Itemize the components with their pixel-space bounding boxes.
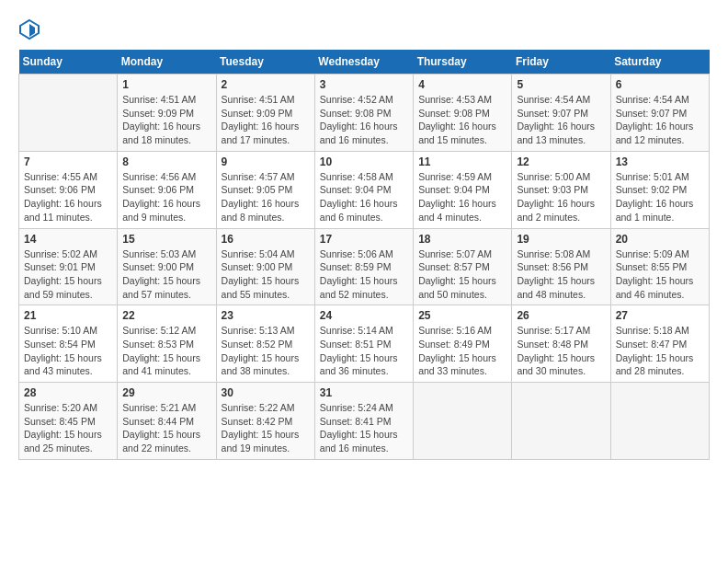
calendar-cell: 17Sunrise: 5:06 AMSunset: 8:59 PMDayligh… (314, 228, 413, 305)
day-number: 8 (122, 155, 210, 168)
weekday-header-monday: Monday (118, 50, 216, 75)
calendar-cell: 1Sunrise: 4:51 AMSunset: 9:09 PMDaylight… (118, 75, 216, 152)
day-number: 10 (320, 155, 408, 168)
calendar-cell: 25Sunrise: 5:16 AMSunset: 8:49 PMDayligh… (414, 305, 512, 383)
day-number: 17 (320, 233, 408, 246)
week-row-3: 14Sunrise: 5:02 AMSunset: 9:01 PMDayligh… (19, 228, 710, 305)
day-number: 20 (616, 233, 704, 246)
calendar-table: SundayMondayTuesdayWednesdayThursdayFrid… (18, 50, 710, 460)
calendar-cell: 20Sunrise: 5:09 AMSunset: 8:55 PMDayligh… (610, 228, 709, 305)
calendar-cell: 18Sunrise: 5:07 AMSunset: 8:57 PMDayligh… (414, 228, 512, 305)
day-number: 18 (418, 233, 506, 246)
day-number: 26 (517, 309, 605, 322)
day-number: 19 (517, 233, 605, 246)
calendar-cell: 22Sunrise: 5:12 AMSunset: 8:53 PMDayligh… (118, 305, 216, 383)
day-number: 1 (122, 78, 210, 91)
weekday-header-wednesday: Wednesday (314, 50, 413, 75)
calendar-cell: 15Sunrise: 5:03 AMSunset: 9:00 PMDayligh… (118, 228, 216, 305)
day-info: Sunrise: 4:51 AMSunset: 9:09 PMDaylight:… (122, 93, 210, 147)
calendar-cell: 28Sunrise: 5:20 AMSunset: 8:45 PMDayligh… (19, 383, 118, 460)
day-info: Sunrise: 5:14 AMSunset: 8:51 PMDaylight:… (320, 324, 408, 378)
calendar-cell: 24Sunrise: 5:14 AMSunset: 8:51 PMDayligh… (314, 305, 413, 383)
calendar-cell: 8Sunrise: 4:56 AMSunset: 9:06 PMDaylight… (118, 151, 216, 228)
calendar-cell: 3Sunrise: 4:52 AMSunset: 9:08 PMDaylight… (314, 75, 413, 152)
day-number: 21 (24, 309, 112, 322)
day-number: 6 (616, 78, 704, 91)
day-info: Sunrise: 5:17 AMSunset: 8:48 PMDaylight:… (517, 324, 605, 378)
day-info: Sunrise: 5:01 AMSunset: 9:02 PMDaylight:… (616, 170, 704, 224)
calendar-cell: 2Sunrise: 4:51 AMSunset: 9:09 PMDaylight… (216, 75, 314, 152)
day-info: Sunrise: 5:18 AMSunset: 8:47 PMDaylight:… (616, 324, 704, 378)
day-info: Sunrise: 4:52 AMSunset: 9:08 PMDaylight:… (320, 93, 408, 147)
day-info: Sunrise: 5:03 AMSunset: 9:00 PMDaylight:… (122, 247, 210, 302)
calendar-cell: 11Sunrise: 4:59 AMSunset: 9:04 PMDayligh… (414, 151, 512, 228)
week-row-2: 7Sunrise: 4:55 AMSunset: 9:06 PMDaylight… (19, 151, 710, 228)
day-info: Sunrise: 5:12 AMSunset: 8:53 PMDaylight:… (122, 324, 210, 378)
day-info: Sunrise: 5:04 AMSunset: 9:00 PMDaylight:… (222, 247, 310, 302)
day-info: Sunrise: 5:00 AMSunset: 9:03 PMDaylight:… (517, 170, 605, 224)
calendar-cell: 30Sunrise: 5:22 AMSunset: 8:42 PMDayligh… (216, 383, 314, 460)
day-number: 27 (616, 309, 704, 322)
calendar-cell: 26Sunrise: 5:17 AMSunset: 8:48 PMDayligh… (512, 305, 610, 383)
day-number: 24 (320, 309, 408, 322)
day-info: Sunrise: 5:06 AMSunset: 8:59 PMDaylight:… (320, 247, 408, 302)
calendar-cell: 16Sunrise: 5:04 AMSunset: 9:00 PMDayligh… (216, 228, 314, 305)
day-number: 30 (222, 386, 310, 399)
calendar-cell: 12Sunrise: 5:00 AMSunset: 9:03 PMDayligh… (512, 151, 610, 228)
day-info: Sunrise: 4:51 AMSunset: 9:09 PMDaylight:… (222, 93, 310, 147)
logo-icon (18, 18, 40, 40)
day-info: Sunrise: 4:57 AMSunset: 9:05 PMDaylight:… (222, 170, 310, 224)
week-row-1: 1Sunrise: 4:51 AMSunset: 9:09 PMDaylight… (19, 75, 710, 152)
calendar-cell: 19Sunrise: 5:08 AMSunset: 8:56 PMDayligh… (512, 228, 610, 305)
calendar-cell: 7Sunrise: 4:55 AMSunset: 9:06 PMDaylight… (19, 151, 118, 228)
day-info: Sunrise: 4:55 AMSunset: 9:06 PMDaylight:… (24, 170, 112, 224)
calendar-cell: 10Sunrise: 4:58 AMSunset: 9:04 PMDayligh… (314, 151, 413, 228)
day-number: 2 (222, 78, 310, 91)
calendar-cell: 6Sunrise: 4:54 AMSunset: 9:07 PMDaylight… (610, 75, 709, 152)
day-number: 16 (222, 233, 310, 246)
day-number: 13 (616, 155, 704, 168)
day-info: Sunrise: 4:54 AMSunset: 9:07 PMDaylight:… (517, 93, 605, 147)
calendar-cell: 14Sunrise: 5:02 AMSunset: 9:01 PMDayligh… (19, 228, 118, 305)
calendar-cell: 4Sunrise: 4:53 AMSunset: 9:08 PMDaylight… (414, 75, 512, 152)
day-info: Sunrise: 5:22 AMSunset: 8:42 PMDaylight:… (222, 401, 310, 455)
day-info: Sunrise: 4:54 AMSunset: 9:07 PMDaylight:… (616, 93, 704, 147)
calendar-cell (512, 383, 610, 460)
day-number: 12 (517, 155, 605, 168)
day-info: Sunrise: 5:24 AMSunset: 8:41 PMDaylight:… (320, 401, 408, 455)
calendar-cell (610, 383, 709, 460)
day-number: 22 (122, 309, 210, 322)
week-row-5: 28Sunrise: 5:20 AMSunset: 8:45 PMDayligh… (19, 383, 710, 460)
calendar-cell: 31Sunrise: 5:24 AMSunset: 8:41 PMDayligh… (314, 383, 413, 460)
weekday-header-row: SundayMondayTuesdayWednesdayThursdayFrid… (19, 50, 710, 75)
calendar-cell (414, 383, 512, 460)
calendar-cell: 23Sunrise: 5:13 AMSunset: 8:52 PMDayligh… (216, 305, 314, 383)
calendar-cell: 21Sunrise: 5:10 AMSunset: 8:54 PMDayligh… (19, 305, 118, 383)
day-info: Sunrise: 4:53 AMSunset: 9:08 PMDaylight:… (418, 93, 506, 147)
day-info: Sunrise: 5:09 AMSunset: 8:55 PMDaylight:… (616, 247, 704, 302)
calendar-cell: 13Sunrise: 5:01 AMSunset: 9:02 PMDayligh… (610, 151, 709, 228)
page-header (18, 18, 710, 40)
day-info: Sunrise: 5:20 AMSunset: 8:45 PMDaylight:… (24, 401, 112, 455)
weekday-header-saturday: Saturday (610, 50, 709, 75)
calendar-cell: 5Sunrise: 4:54 AMSunset: 9:07 PMDaylight… (512, 75, 610, 152)
weekday-header-friday: Friday (512, 50, 610, 75)
day-number: 15 (122, 233, 210, 246)
day-info: Sunrise: 5:16 AMSunset: 8:49 PMDaylight:… (418, 324, 506, 378)
logo (18, 18, 42, 40)
weekday-header-sunday: Sunday (19, 50, 118, 75)
day-info: Sunrise: 5:07 AMSunset: 8:57 PMDaylight:… (418, 247, 506, 302)
week-row-4: 21Sunrise: 5:10 AMSunset: 8:54 PMDayligh… (19, 305, 710, 383)
day-number: 9 (222, 155, 310, 168)
calendar-cell: 29Sunrise: 5:21 AMSunset: 8:44 PMDayligh… (118, 383, 216, 460)
day-number: 25 (418, 309, 506, 322)
day-info: Sunrise: 4:58 AMSunset: 9:04 PMDaylight:… (320, 170, 408, 224)
day-number: 3 (320, 78, 408, 91)
day-info: Sunrise: 5:08 AMSunset: 8:56 PMDaylight:… (517, 247, 605, 302)
day-number: 4 (418, 78, 506, 91)
day-number: 23 (222, 309, 310, 322)
weekday-header-thursday: Thursday (414, 50, 512, 75)
day-number: 7 (24, 155, 112, 168)
day-number: 29 (122, 386, 210, 399)
day-info: Sunrise: 4:56 AMSunset: 9:06 PMDaylight:… (122, 170, 210, 224)
